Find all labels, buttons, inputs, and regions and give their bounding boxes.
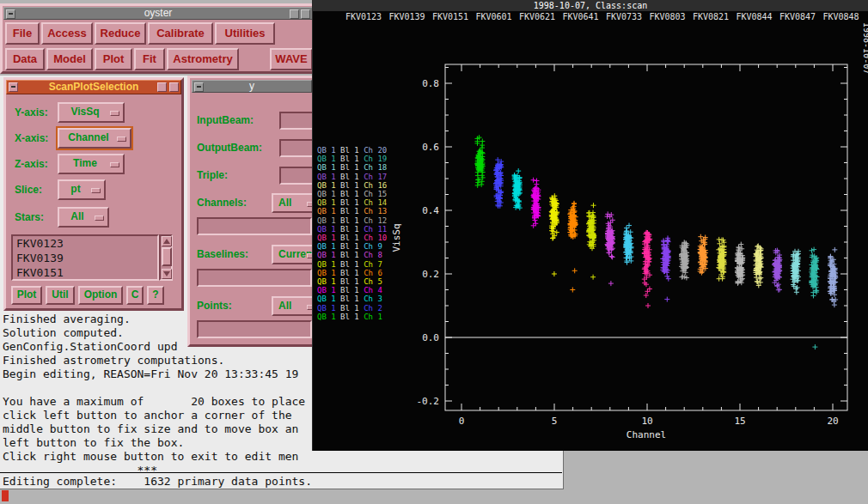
x-tick-label: 15 (734, 416, 745, 427)
button-c[interactable]: C (126, 286, 144, 305)
menu-access[interactable]: Access (41, 22, 93, 45)
minimize-button[interactable] (290, 9, 299, 19)
star-list-scrollbar[interactable] (159, 234, 173, 281)
scanplot-titlebar[interactable]: ScanPlotSelection (6, 80, 181, 94)
scatter-channel-16 (754, 244, 764, 288)
date-side-label: 1998-10-07 (862, 22, 868, 74)
star-label: FKV0847 (779, 12, 816, 21)
terminal-status-line: Editing complete: 1632 primary data poin… (3, 475, 312, 489)
menu-fit[interactable]: Fit (134, 48, 165, 70)
menu-plot[interactable]: Plot (95, 48, 132, 70)
scroll-down-button[interactable] (162, 269, 172, 279)
star-list-item[interactable]: FKV0151 (13, 265, 157, 280)
star-list-item[interactable]: FKV0123 (13, 236, 157, 251)
dash-icon (9, 13, 13, 15)
menu-astrometry[interactable]: Astrometry (167, 48, 239, 70)
star-list-item[interactable]: FKV0139 (13, 251, 157, 265)
channels-dropdown[interactable]: All (272, 193, 316, 213)
maximize-button[interactable] (301, 9, 310, 19)
channels-input[interactable] (197, 217, 312, 235)
slice-dropdown[interactable]: pt (58, 179, 106, 200)
legend-row: QB 1 Bl 1 Ch 16 (317, 181, 387, 190)
yaxis-dropdown[interactable]: VisSq (58, 102, 125, 123)
scatter-channel-6 (567, 201, 578, 293)
menu-calibrate[interactable]: Calibrate (148, 22, 213, 45)
scatter-channel-12 (679, 240, 689, 280)
menu-wave[interactable]: WAVE (270, 48, 313, 70)
star-label: FKV0621 (519, 12, 555, 21)
scrollbar-thumb[interactable] (162, 247, 172, 266)
window-oyster: oyster FileAccessReduceCalibrateUtilitie… (0, 3, 316, 74)
inputbeam-field[interactable] (279, 112, 316, 130)
oyster-titlebar[interactable]: oyster (3, 7, 313, 20)
plot-area[interactable]: FKV0123FKV0139FKV0151FKV0601FKV0621FKV06… (313, 0, 868, 451)
star-list[interactable]: FKV0123FKV0139FKV0151 (11, 234, 159, 281)
legend-row: QB 1 Bl 1 Ch 10 (317, 234, 387, 242)
scatter-channel-4 (531, 178, 541, 228)
legend-row: QB 1 Bl 1 Ch 4 (317, 286, 382, 295)
outputbeam-field[interactable] (279, 139, 316, 157)
button-help[interactable]: ? (147, 286, 164, 305)
xaxis-dropdown[interactable]: Channel (58, 128, 131, 149)
stars-dropdown[interactable]: All (58, 207, 109, 228)
slice-label: Slice: (15, 184, 42, 196)
channels-label: Channels: (197, 197, 247, 209)
menu-model[interactable]: Model (46, 48, 93, 70)
x-tick-label: 10 (641, 416, 652, 427)
scatter-channel-10 (642, 230, 652, 308)
scatter-channel-17 (772, 248, 782, 293)
window-scanplot-selection: ScanPlotSelection Y-axis:VisSqX-axis:Cha… (3, 77, 184, 311)
minimize-button[interactable] (157, 82, 167, 92)
x-tick-label: 0 (459, 416, 465, 427)
stars-label: Stars: (15, 211, 44, 223)
y-tick-label: 0.2 (422, 269, 439, 280)
menu-utilities[interactable]: Utilities (215, 22, 275, 45)
scatter-channel-5 (549, 193, 559, 276)
oyster-menubar-row2: DataModelPlotFitAstrometryWAVE (3, 47, 313, 71)
scatter-channel-3 (512, 168, 523, 210)
scatter-channel-2 (493, 157, 504, 209)
baselines-input[interactable] (197, 269, 312, 287)
window-menu-button[interactable] (6, 9, 15, 19)
xaxis-label: X-axis: (15, 132, 48, 144)
legend-row: QB 1 Bl 1 Ch 1 (317, 313, 382, 321)
baselines-label: Baselines: (197, 248, 248, 260)
triangle-down-icon (163, 271, 170, 276)
triple-field[interactable] (279, 167, 316, 185)
star-label: FKV0123 (345, 12, 382, 21)
star-label: FKV0848 (823, 12, 859, 21)
option-menu-indicator-icon (95, 216, 104, 221)
maximize-button[interactable] (169, 82, 179, 92)
legend-row: QB 1 Bl 1 Ch 13 (317, 207, 387, 216)
y-axis-label: VisSq (391, 223, 402, 252)
triangle-up-icon (163, 239, 170, 244)
scatter-channel-11 (660, 235, 670, 301)
x-axis-label: Channel (627, 429, 666, 440)
zaxis-dropdown[interactable]: Time (58, 154, 125, 174)
points-input[interactable] (197, 320, 312, 338)
scroll-up-button[interactable] (162, 236, 172, 246)
menu-data[interactable]: Data (5, 48, 45, 70)
button-plot[interactable]: Plot (11, 286, 42, 305)
y-tick-label: 0.8 (422, 78, 439, 89)
plot-titlebar[interactable]: 1998-10-07, Class:scan (313, 0, 868, 11)
inputbeam-label: InputBeam: (197, 114, 254, 126)
menu-reduce[interactable]: Reduce (95, 22, 146, 45)
legend-row: QB 1 Bl 1 Ch 7 (317, 260, 382, 269)
legend-row: QB 1 Bl 1 Ch 5 (317, 277, 382, 286)
button-option[interactable]: Option (78, 286, 123, 305)
points-label: Points: (197, 300, 232, 312)
scatter-channel-18 (791, 249, 801, 295)
scatter-channel-14 (716, 237, 726, 282)
points-dropdown[interactable]: All (272, 296, 316, 316)
button-util[interactable]: Util (46, 286, 75, 305)
legend-row: QB 1 Bl 1 Ch 20 (317, 146, 387, 155)
window-menu-button[interactable] (9, 82, 18, 92)
plot-title: 1998-10-07, Class:scan (534, 1, 647, 10)
scatter-channel-8 (605, 211, 615, 286)
star-label: FKV0733 (606, 12, 642, 21)
baselines-dropdown[interactable]: Current (272, 245, 316, 264)
window-beam-selection: y InputBeam:OutputBeam:Triple:Channels:A… (187, 76, 316, 347)
scatter-channel-15 (735, 242, 745, 286)
menu-file[interactable]: File (5, 22, 40, 45)
